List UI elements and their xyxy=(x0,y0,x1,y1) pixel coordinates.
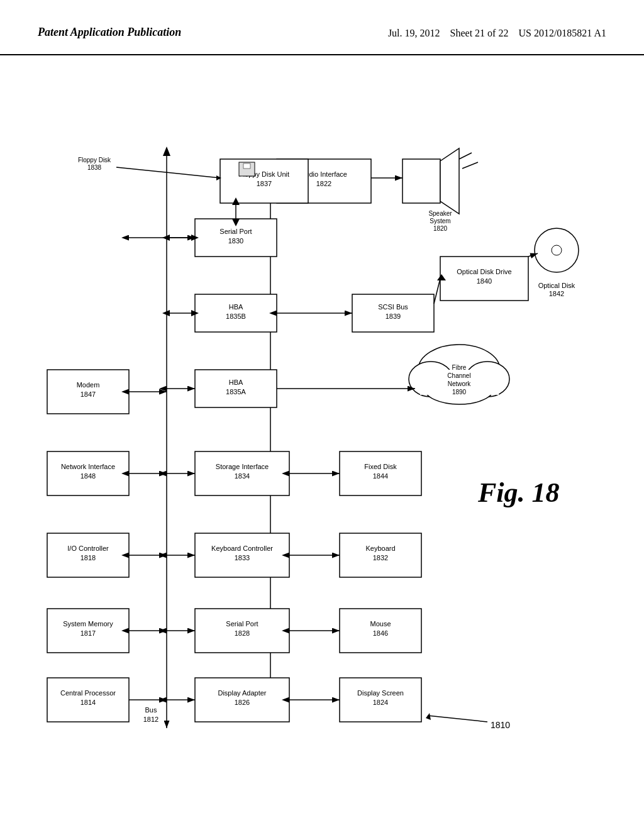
label-1844a: Fixed Disk xyxy=(364,463,397,470)
label-bus: Bus xyxy=(145,706,157,714)
speaker-wave2 xyxy=(462,162,478,169)
label-1814: Central Processor xyxy=(60,689,116,697)
label-1840b: 1840 xyxy=(477,277,492,285)
label-1842a: Optical Disk xyxy=(538,282,575,289)
label-1820a: Speaker xyxy=(428,210,452,217)
label-1832a: Keyboard xyxy=(365,545,395,552)
label-1846a: Mouse xyxy=(370,620,391,628)
label-1890b: Channel xyxy=(447,372,470,379)
label-1842b: 1842 xyxy=(549,290,564,297)
label-1826b: 1826 xyxy=(235,699,250,706)
label-1835a-a: HBA xyxy=(229,379,243,386)
sheet-info: Sheet 21 of 22 xyxy=(450,28,509,38)
label-bus2: 1812 xyxy=(143,716,158,723)
label-1847a: Modem xyxy=(77,381,100,389)
circle-1842 xyxy=(535,228,579,272)
label-1837b: 1837 xyxy=(257,180,272,187)
floppy-icon2 xyxy=(243,163,250,169)
label-1839a: SCSI Bus xyxy=(378,303,408,311)
label-1830a: Serial Port xyxy=(219,228,252,235)
speaker-cone xyxy=(440,148,459,214)
label-1890a: Fibre xyxy=(452,364,467,371)
label-1832b: 1832 xyxy=(373,554,388,562)
speaker-wave1 xyxy=(459,153,472,159)
label-1824b: 1824 xyxy=(373,699,388,706)
label-1890c: Network xyxy=(448,380,472,387)
label-1846b: 1846 xyxy=(373,629,388,637)
label-1848b: 1848 xyxy=(80,472,96,480)
label-1835b-b: 1835B xyxy=(226,313,246,320)
label-1828a: Serial Port xyxy=(226,620,258,628)
label-1817a: System Memory xyxy=(63,620,113,628)
label-1844b: 1844 xyxy=(373,472,388,480)
bus-hba-b-arrow2 xyxy=(162,310,170,316)
fd-fdu-line xyxy=(116,167,220,178)
label-1890d: 1890 xyxy=(452,389,467,396)
page: Patent Application Publication Jul. 19, … xyxy=(0,0,644,830)
label-1835b-a: HBA xyxy=(229,303,243,311)
diagram-area: .box { fill: white; stroke: black; strok… xyxy=(0,62,644,804)
label-1810: 1810 xyxy=(491,720,510,730)
label-1822b: 1822 xyxy=(316,180,331,187)
page-header: Patent Application Publication Jul. 19, … xyxy=(0,0,644,55)
label-1833b: 1833 xyxy=(235,554,250,562)
label-1818b: 1818 xyxy=(80,554,96,562)
label-1820b: System xyxy=(430,218,450,224)
label-1828b: 1828 xyxy=(235,629,250,637)
label-1834b: 1834 xyxy=(235,472,250,480)
label-1824a: Display Screen xyxy=(357,689,404,697)
label-1847b: 1847 xyxy=(80,390,96,398)
speaker-system-1820: Speaker System 1820 xyxy=(402,148,478,232)
label-1818a: I/O Controller xyxy=(67,545,109,552)
bus-top-arrow xyxy=(163,147,170,156)
label-1840a: Optical Disk Drive xyxy=(457,268,511,275)
label-1835a-b: 1835A xyxy=(226,388,246,396)
label-1830b: 1830 xyxy=(228,237,243,245)
speaker-box xyxy=(402,159,440,203)
label-1848a: Network Interface xyxy=(61,463,115,470)
label-1826a: Display Adapter xyxy=(218,689,266,697)
scsi-odd-line xyxy=(434,279,440,304)
label-1834a: Storage Interface xyxy=(216,463,269,470)
header-info: Jul. 19, 2012 Sheet 21 of 22 US 2012/018… xyxy=(388,25,606,42)
label-1838b: 1838 xyxy=(87,164,102,171)
publication-title: Patent Application Publication xyxy=(38,25,181,40)
label-1833a: Keyboard Controller xyxy=(211,545,273,552)
label-1817b: 1817 xyxy=(80,629,96,637)
label-1810-line xyxy=(428,716,487,722)
label-1810-arrow xyxy=(426,713,431,720)
label-1814b: 1814 xyxy=(80,699,96,706)
label-1839b: 1839 xyxy=(386,313,401,320)
label-1820c: 1820 xyxy=(433,225,448,232)
label-1838a: Floppy Disk xyxy=(78,157,111,163)
pub-date: Jul. 19, 2012 xyxy=(388,28,440,38)
pub-number: US 2012/0185821 A1 xyxy=(518,28,606,38)
cloud-1890: Fibre Channel Network 1890 xyxy=(409,345,509,404)
fig-label: Fig. 18 xyxy=(477,477,560,508)
circuit-diagram: .box { fill: white; stroke: black; strok… xyxy=(0,62,644,804)
